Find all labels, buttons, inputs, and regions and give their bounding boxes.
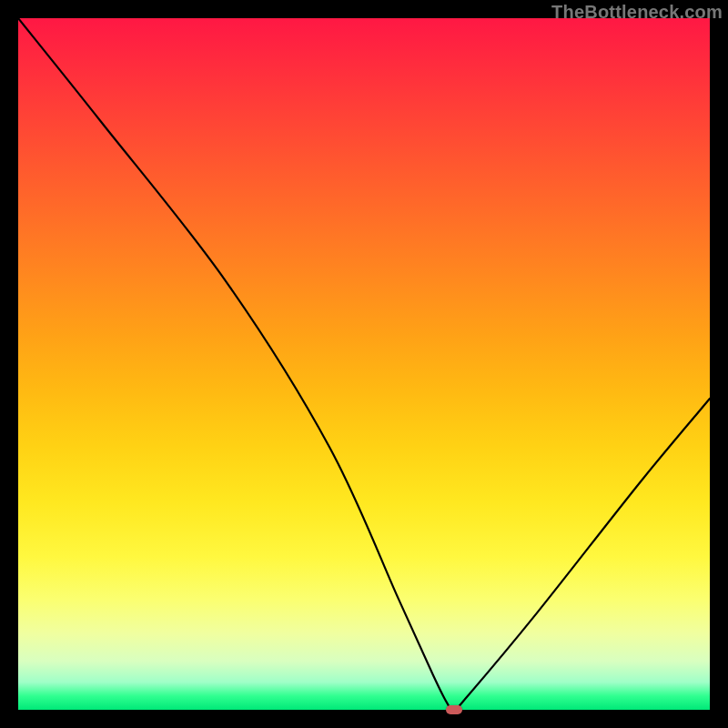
optimal-point-marker — [446, 705, 462, 714]
chart-container: TheBottleneck.com — [0, 0, 728, 728]
bottleneck-curve — [18, 18, 710, 710]
watermark-text: TheBottleneck.com — [551, 2, 723, 23]
